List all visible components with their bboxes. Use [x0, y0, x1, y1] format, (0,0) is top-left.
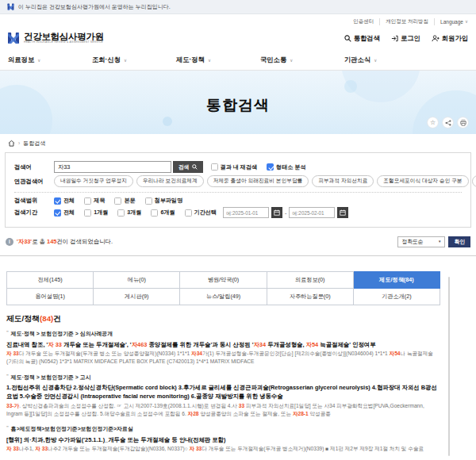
page-title: 통합검색	[0, 95, 476, 116]
bullet-icon: "	[6, 425, 9, 430]
result-path-text: 제도·정책 > 보험인정기준 > 고시	[11, 374, 91, 381]
result-tab-0-4[interactable]: 제도/정책(84)	[353, 272, 440, 289]
join-button[interactable]: 회원가입	[432, 34, 468, 43]
scope-checkbox-1[interactable]: 제목	[84, 197, 105, 205]
related-row: 연관검색어 내원일수 거짓청구 업무정지우리나라 보건의료체계저체중 출생아 외…	[14, 175, 462, 187]
site-logo[interactable]: 건강보험심사평가원 HEALTH INSURANCE REVIEW & ASSE…	[7, 32, 104, 44]
header-search-button[interactable]: 통합검색	[344, 34, 380, 43]
calendar-icon	[340, 209, 346, 216]
confirm-button[interactable]: 확인	[448, 236, 470, 247]
search-input[interactable]	[54, 161, 171, 173]
checkbox-label: 첨부파일명	[155, 197, 182, 205]
info-icon: i	[6, 238, 13, 246]
print-button[interactable]	[457, 117, 469, 128]
result-title-link[interactable]: [행위] 의·치과,한방 수가파일('25.1.1.)_개두술 또는 두개절제술…	[6, 435, 441, 444]
utility-links: 인증센터개인정보 처리방침Language∨	[0, 14, 476, 26]
hira-logo-icon	[7, 3, 14, 10]
result-tab-0-2[interactable]: 병원/약국(0)	[180, 272, 267, 289]
share-button[interactable]	[442, 117, 454, 128]
home-icon[interactable]	[8, 140, 15, 147]
related-term-4[interactable]: 조혈모세포이식 대상자 승인 구분	[377, 175, 468, 187]
scope-checkbox-0[interactable]: 전체	[54, 197, 75, 205]
checkbox-label: 전체	[63, 197, 75, 205]
results-scrollbar[interactable]	[448, 277, 450, 456]
highlighted-keyword: '자33'	[17, 238, 32, 245]
result-title-link[interactable]: 1.전립선주위 신경총차단 2.정삭신경차단(Spermatic cord bl…	[6, 383, 441, 401]
highlighted-keyword: 자463	[132, 341, 148, 348]
nav-item-label: 기관소식	[344, 56, 370, 64]
highlighted-keyword: 145	[47, 238, 56, 245]
favorite-button[interactable]: ☆	[427, 117, 439, 128]
result-tab-1-1[interactable]: 게시판(9)	[94, 289, 180, 305]
option-checkbox-0[interactable]: 결과 내 재검색	[211, 163, 258, 171]
text-segment: . 상박신경총파괴술의 소정점수를 산정함. ☞ 고시 제2007-139호(2…	[19, 403, 239, 408]
printer-icon	[460, 120, 466, 126]
highlighted-keyword: 자 33	[189, 446, 202, 451]
nav-item-1[interactable]: 조회·신청∨	[89, 56, 173, 64]
login-button[interactable]: 로그인	[391, 34, 420, 43]
nav-item-label: 의료정보	[8, 56, 34, 64]
highlighted-keyword: 자 33	[48, 341, 62, 348]
period-checkbox-0[interactable]: 전체	[54, 209, 75, 217]
highlighted-keyword: 자54	[390, 351, 401, 356]
date-from-input[interactable]	[223, 207, 269, 218]
result-tab-1-3[interactable]: 자주하는질문(0)	[267, 289, 353, 305]
period-checkbox-3[interactable]: 6개월	[151, 209, 175, 217]
text-segment: 가(1) 두개골성형술-두개골문인것[단순] [제2의수술(종병이상)](N03…	[202, 351, 390, 356]
text-segment: 두개골성형술,	[266, 341, 306, 348]
period-checkbox-4[interactable]: 기간선택	[185, 209, 217, 217]
text-segment: 늑골절제술' 인정여부	[318, 341, 375, 348]
option-checkbox-1[interactable]: 형태소 분석	[267, 163, 305, 171]
result-snippet: 자 33다 개두술 또는 두개절제술(두개골 병소 또는 양성종양절제)(N03…	[6, 350, 441, 366]
checkbox-label: 결과 내 재검색	[221, 163, 258, 171]
hira-logo-icon	[7, 32, 20, 44]
result-title-link[interactable]: 진료내역 참조, '자 33 개두술 또는 두개절제술', '자463 종양절제…	[6, 340, 441, 349]
date-to-input[interactable]	[289, 207, 335, 218]
period-checkbox-1[interactable]: 1개월	[84, 209, 108, 217]
related-term-3[interactable]: 피부과적 자외선치료	[312, 175, 374, 187]
result-tab-0-3[interactable]: 의료정보(0)	[267, 272, 353, 289]
related-term-0[interactable]: 내원일수 거짓청구 업무정지	[54, 175, 133, 187]
breadcrumb-current: 통합검색	[23, 140, 45, 148]
text-segment: 양성골종양의 소파술 또는 절제술, 또는	[199, 411, 293, 416]
breadcrumb: › 통합검색	[0, 134, 476, 151]
text-segment: 나주2 개두술 또는 두개절제술(두개감압술)(N0336, N0337)○	[48, 446, 189, 451]
period-checkbox-2[interactable]: 3개월	[117, 209, 141, 217]
related-term-2[interactable]: 저체중 출생아 외래진료비 본인부담률	[207, 175, 309, 187]
checkbox-unchecked-icon	[114, 197, 121, 205]
scope-checkbox-2[interactable]: 본문	[114, 197, 135, 205]
nav-item-2[interactable]: 제도·정책∨	[173, 56, 257, 64]
result-tab-1-2[interactable]: 뉴스/알림(49)	[180, 289, 267, 305]
nav-item-0[interactable]: 의료정보∨	[5, 56, 89, 64]
result-tab-0-0[interactable]: 전체(145)	[7, 272, 94, 289]
site-header: 건강보험심사평가원 HEALTH INSURANCE REVIEW & ASSE…	[0, 26, 476, 50]
result-bar-controls: 정확도순 ▼ 확인	[397, 236, 470, 247]
login-icon	[391, 35, 398, 42]
decorative-bubble	[163, 117, 172, 126]
nav-item-4[interactable]: 기관소식∨	[341, 56, 425, 64]
result-tab-0-1[interactable]: 메뉴(0)	[94, 272, 180, 289]
related-term-5[interactable]: 두개골 결손부	[472, 175, 476, 187]
date-from-calendar-button[interactable]	[271, 207, 282, 218]
related-term-1[interactable]: 우리나라 보건의료체계	[136, 175, 204, 187]
search-button[interactable]: 검색	[173, 161, 203, 173]
checkbox-checked-icon	[54, 197, 61, 205]
section-count: (84)	[40, 314, 53, 323]
date-to-calendar-button[interactable]	[337, 207, 348, 218]
text-segment: [행위] 의·치과,한방 수가파일('25.1.1.)_개두술 또는 두개절제술…	[6, 436, 225, 443]
page: 이 누리집은 건강보험심사평가원에서 운영하는 누리집입니다. 인증센터개인정보…	[0, 0, 476, 460]
scope-checkbox-3[interactable]: 첨부파일명	[145, 197, 182, 205]
main-nav: 의료정보∨조회·신청∨제도·정책∨국민소통∨기관소식∨	[0, 50, 476, 71]
sort-select[interactable]: 정확도순 ▼	[397, 236, 445, 247]
result-snippet: 자 33나주1, 자 33나주2 개두술 또는 두개절제술(두개감압술)(N03…	[6, 445, 441, 453]
result-tab-1-0[interactable]: 용어설명(1)	[7, 289, 94, 305]
result-path: "홈>제도정책>보험인정기준>보험인정기준>자료실	[6, 425, 441, 433]
checkbox-unchecked-icon	[84, 197, 91, 205]
utility-link-0[interactable]: 인증센터	[347, 18, 380, 25]
search-result-item: "제도·정책 > 보험인정기준 > 고시1.전립선주위 신경총차단 2.정삭신경…	[6, 370, 441, 422]
utility-link-2[interactable]: Language∨	[435, 19, 468, 25]
utility-link-1[interactable]: 개인정보 처리방침	[380, 18, 435, 25]
highlighted-keyword: 자54	[306, 341, 319, 348]
result-tab-1-4[interactable]: 기관소개(2)	[353, 289, 440, 305]
nav-item-3[interactable]: 국민소통∨	[257, 56, 341, 64]
